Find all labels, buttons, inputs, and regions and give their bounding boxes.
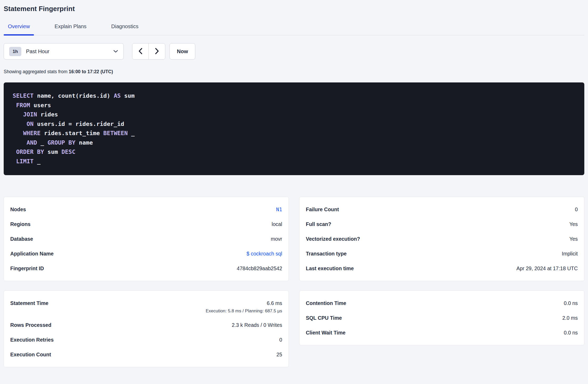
stat-value: 6.6 ms [267,299,282,307]
stat-label: Application Name [10,250,54,257]
sql-line: LIMIT _ [13,157,575,166]
stat-row: Execution Retries0 [4,332,288,347]
chevron-down-icon [113,50,118,53]
time-range-label: Past Hour [26,48,49,55]
stat-value: local [272,220,282,228]
stat-row: Regionslocal [4,217,288,232]
stat-value: 2.0 ms [562,314,578,322]
now-button[interactable]: Now [170,43,195,60]
time-range-dropdown[interactable]: 1h Past Hour [4,43,124,60]
statement-fingerprint-page: Statement Fingerprint OverviewExplain Pl… [0,0,588,367]
stat-label: Fingerprint ID [10,265,44,272]
stat-label: Statement Time [10,299,48,307]
stats-summary-prefix: Showing aggregated stats from [4,69,69,74]
stat-row: Databasemovr [4,232,288,246]
stat-value: 0 [575,206,578,213]
stat-value: 0.0 ns [564,299,578,307]
stat-label: Execution Count [10,351,51,358]
stat-value-wrap: Yes [569,235,578,243]
time-step-group [132,43,165,60]
card-statement-details: NodesN1RegionslocalDatabasemovrApplicati… [4,197,289,281]
stat-value: Apr 29, 2024 at 17:18 UTC [516,265,578,272]
stat-value: 25 [276,351,282,358]
stat-value-wrap: 25 [276,351,282,358]
time-range-badge: 1h [9,47,21,56]
cards-grid: NodesN1RegionslocalDatabasemovrApplicati… [4,197,584,367]
sql-statement: SELECT name, count(rides.id) AS sum FROM… [4,82,584,175]
stat-row: Vectorized execution?Yes [300,232,584,246]
stat-value-wrap: Implicit [562,250,578,257]
stat-row: Fingerprint ID4784cb829aab2542 [4,261,288,276]
sql-line: ON users.id = rides.rider_id [13,119,575,129]
stat-label: Failure Count [306,206,339,213]
stat-value-wrap: $ cockroach sql [247,250,282,257]
stat-label: Nodes [10,206,26,213]
stat-value-wrap: N1 [276,206,282,213]
stat-value: 2.3 k Reads / 0 Writes [232,321,282,329]
aggregated-stats-summary: Showing aggregated stats from 16:00 to 1… [4,69,584,75]
stat-value: Yes [569,220,578,228]
stat-value-wrap: 2.0 ms [562,314,578,322]
stat-value-wrap: Apr 29, 2024 at 17:18 UTC [516,265,578,272]
stat-value-wrap: 0 [575,206,578,213]
stat-row: SQL CPU Time2.0 ms [300,311,584,325]
time-controls: 1h Past Hour Now [4,43,584,60]
sql-line: WHERE rides.start_time BETWEEN _ [13,129,575,138]
stat-value: Yes [569,235,578,243]
stats-summary-range: 16:00 to 17:22 (UTC) [69,69,113,74]
stat-value-wrap: 2.3 k Reads / 0 Writes [232,321,282,329]
stat-label: SQL CPU Time [306,314,342,322]
next-time-button[interactable] [149,43,165,59]
stat-row: Contention Time0.0 ns [300,296,584,311]
stat-label: Transaction type [306,250,347,257]
stat-subvalue: Execution: 5.8 ms / Planning: 687.5 µs [206,308,282,314]
stat-row: Full scan?Yes [300,217,584,232]
stat-value-wrap: 6.6 msExecution: 5.8 ms / Planning: 687.… [206,299,282,314]
tab-overview[interactable]: Overview [4,23,34,35]
stat-value-wrap: 4784cb829aab2542 [237,265,282,272]
stat-row: Client Wait Time0.0 ns [300,325,584,340]
stat-label: Database [10,235,33,243]
stat-label: Last execution time [306,265,354,272]
sql-line: ORDER BY sum DESC [13,147,575,157]
stat-value: Implicit [562,250,578,257]
card-wait-stats: Contention Time0.0 nsSQL CPU Time2.0 msC… [299,291,584,345]
stat-value-wrap: local [272,220,282,228]
stat-value-wrap: movr [271,235,282,243]
stat-row: Last execution timeApr 29, 2024 at 17:18… [300,261,584,276]
tab-explain-plans[interactable]: Explain Plans [50,23,91,35]
sql-line: AND _ GROUP BY name [13,138,575,147]
tab-bar: OverviewExplain PlansDiagnostics [4,23,584,35]
chevron-left-icon [138,48,143,55]
stat-label: Rows Processed [10,321,51,329]
stat-value-wrap: 0 [279,336,282,343]
sql-line: JOIN rides [13,110,575,119]
prev-time-button[interactable] [132,43,149,59]
stat-value: 0.0 ns [564,329,578,336]
stat-label: Client Wait Time [306,329,346,336]
stat-value-wrap: Yes [569,220,578,228]
page-title: Statement Fingerprint [4,5,584,13]
stat-label: Execution Retries [10,336,54,343]
stat-value: movr [271,235,282,243]
stat-value-wrap: 0.0 ns [564,329,578,336]
chevron-right-icon [155,48,159,55]
stat-value: 4784cb829aab2542 [237,265,282,272]
stat-value-link[interactable]: N1 [276,206,282,213]
stat-row: Statement Time6.6 msExecution: 5.8 ms / … [4,296,288,318]
stat-label: Regions [10,220,31,228]
stat-row: Transaction typeImplicit [300,246,584,261]
stat-label: Vectorized execution? [306,235,360,243]
stat-label: Contention Time [306,299,346,307]
sql-line: SELECT name, count(rides.id) AS sum [13,91,575,101]
sql-line: FROM users [13,101,575,110]
card-execution-attributes: Failure Count0Full scan?YesVectorized ex… [299,197,584,281]
stat-value-wrap: 0.0 ns [564,299,578,307]
card-timing-stats: Statement Time6.6 msExecution: 5.8 ms / … [4,291,289,367]
stat-value-link[interactable]: $ cockroach sql [247,250,282,257]
stat-row: Failure Count0 [300,202,584,217]
stat-row: Application Name$ cockroach sql [4,246,288,261]
stat-value: 0 [279,336,282,343]
tab-diagnostics[interactable]: Diagnostics [107,23,143,35]
stat-row: NodesN1 [4,202,288,217]
